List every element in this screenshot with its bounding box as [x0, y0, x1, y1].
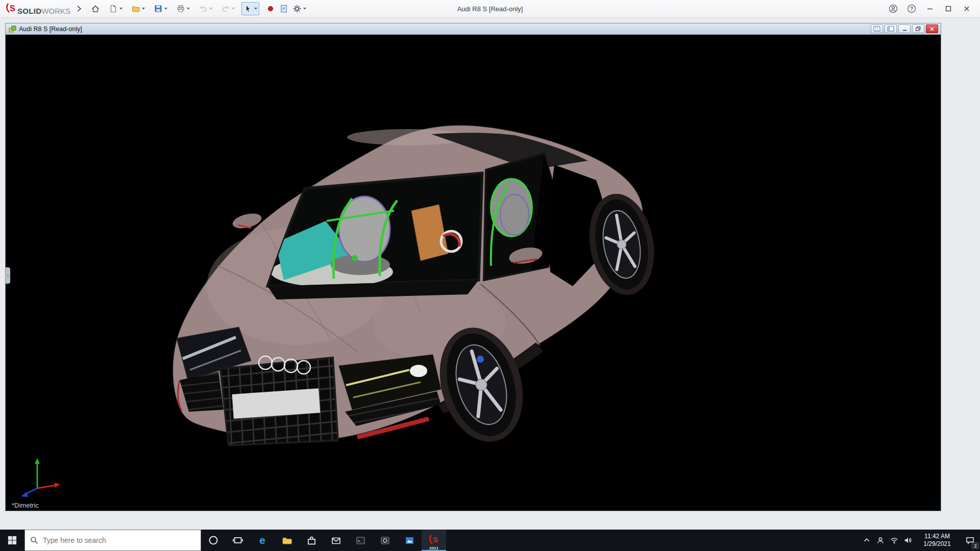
doc-pane-toggle-1-button[interactable] [871, 24, 883, 33]
app-window-controls: ? [884, 0, 976, 17]
taskbar-icon-solidworks[interactable]: S 2021 [422, 530, 446, 551]
minimize-icon [926, 5, 934, 12]
macro-record-button[interactable] [264, 2, 277, 15]
options-button[interactable] [290, 2, 308, 15]
chevron-up-icon [862, 535, 872, 545]
volume-icon [903, 535, 913, 545]
tray-network[interactable] [887, 530, 901, 551]
home-button[interactable] [89, 2, 102, 15]
doc-minimize-button[interactable] [898, 24, 911, 33]
undo-icon [199, 4, 208, 13]
maximize-icon [945, 5, 952, 12]
tray-people[interactable] [873, 530, 887, 551]
close-button[interactable] [958, 0, 976, 17]
edge-icon: e [256, 534, 268, 546]
people-icon [875, 535, 886, 545]
open-folder-icon [131, 4, 140, 13]
undo-caret-icon[interactable] [209, 8, 212, 10]
gear-icon [292, 4, 302, 13]
tray-show-hidden-icons[interactable] [860, 530, 873, 551]
doc-restore-icon [915, 26, 921, 32]
assembly-document-icon [8, 25, 16, 33]
quick-access-toolbar [89, 2, 313, 15]
svg-text:e: e [259, 534, 265, 546]
new-document-icon [109, 4, 118, 13]
clock-time: 11:42 AM [915, 533, 960, 540]
wifi-icon [889, 535, 899, 545]
toolbar-expand-button[interactable] [76, 5, 83, 13]
save-caret-icon[interactable] [164, 8, 167, 10]
taskbar-icon-photos[interactable] [397, 530, 422, 551]
taskbar-icon-task-view[interactable] [226, 530, 250, 551]
select-tool-button[interactable] [241, 2, 259, 15]
search-input[interactable] [43, 536, 195, 544]
solidworks-taskbar-icon: S [428, 534, 440, 546]
file-properties-button[interactable] [277, 2, 290, 15]
split-pane-icon [873, 26, 880, 32]
tray-clock[interactable]: 11:42 AM 1/29/2021 [915, 533, 960, 548]
tray-action-center[interactable]: 2 [960, 530, 980, 551]
viewport-3d[interactable]: *Dimetric ‹ [6, 35, 941, 511]
document-window-controls [869, 24, 938, 33]
taskbar-icon-store[interactable] [299, 530, 324, 551]
redo-button[interactable] [219, 2, 237, 15]
store-icon [306, 535, 317, 546]
new-document-button[interactable] [107, 2, 125, 15]
print-caret-icon[interactable] [187, 8, 190, 10]
maximize-button[interactable] [939, 0, 958, 17]
collapse-chevron-icon: ‹ [7, 273, 9, 278]
save-button[interactable] [152, 2, 169, 15]
save-icon [154, 4, 163, 13]
solidworks-logo-mark-icon: S [5, 3, 17, 14]
taskbar-icon-terminal[interactable]: >_ [348, 530, 373, 551]
tray-volume[interactable] [901, 530, 915, 551]
start-button[interactable] [0, 530, 24, 551]
minimize-button[interactable] [921, 0, 939, 17]
redo-caret-icon[interactable] [232, 8, 235, 10]
open-caret-icon[interactable] [142, 8, 145, 10]
taskbar-icon-media-player[interactable] [373, 530, 397, 551]
redo-icon [221, 4, 230, 13]
taskbar-icon-mail[interactable] [324, 530, 348, 551]
doc-pane-toggle-2-button[interactable] [885, 24, 897, 33]
taskbar-spacer [446, 530, 860, 551]
account-button[interactable] [884, 0, 902, 17]
doc-close-button[interactable] [926, 24, 938, 33]
mail-icon [330, 535, 342, 546]
solidworks-logo: S SOLIDWORKS [5, 3, 70, 15]
options-caret-icon[interactable] [303, 8, 306, 10]
new-document-caret-icon[interactable] [119, 8, 122, 10]
file-explorer-icon [281, 535, 293, 546]
select-cursor-icon [243, 4, 253, 13]
search-icon [30, 536, 38, 544]
doc-minimize-icon [902, 27, 908, 32]
user-icon [889, 4, 898, 13]
photos-icon [404, 535, 415, 546]
brand-text-works: WORKS [41, 7, 70, 15]
svg-text:?: ? [910, 6, 913, 12]
help-icon: ? [907, 4, 916, 13]
svg-text:S: S [433, 535, 438, 544]
solidworks-year-label: 2021 [422, 546, 446, 550]
record-icon [266, 4, 275, 13]
select-caret-icon[interactable] [254, 8, 257, 10]
open-button[interactable] [129, 2, 147, 15]
help-button[interactable]: ? [902, 0, 921, 17]
doc-restore-button[interactable] [912, 24, 924, 33]
document-title: Audi R8 S [Read-only] [19, 26, 82, 33]
brand-text-solid: SOLID [17, 7, 41, 15]
taskbar-search[interactable] [24, 530, 201, 551]
taskbar-icon-edge[interactable]: e [250, 530, 275, 551]
taskbar: e >_ [0, 530, 980, 551]
document-window: Audi R8 S [Read-only] [5, 23, 941, 511]
chevron-right-icon [76, 5, 83, 13]
panel-pane-icon [887, 26, 894, 32]
undo-button[interactable] [197, 2, 214, 15]
taskbar-icon-file-explorer[interactable] [275, 530, 299, 551]
document-titlebar[interactable]: Audi R8 S [Read-only] [6, 23, 941, 35]
taskbar-icon-cortana[interactable] [201, 530, 226, 551]
panel-collapse-tab[interactable]: ‹ [6, 267, 10, 284]
terminal-icon: >_ [355, 535, 366, 546]
system-tray: 11:42 AM 1/29/2021 2 [860, 530, 980, 551]
print-button[interactable] [174, 2, 192, 15]
